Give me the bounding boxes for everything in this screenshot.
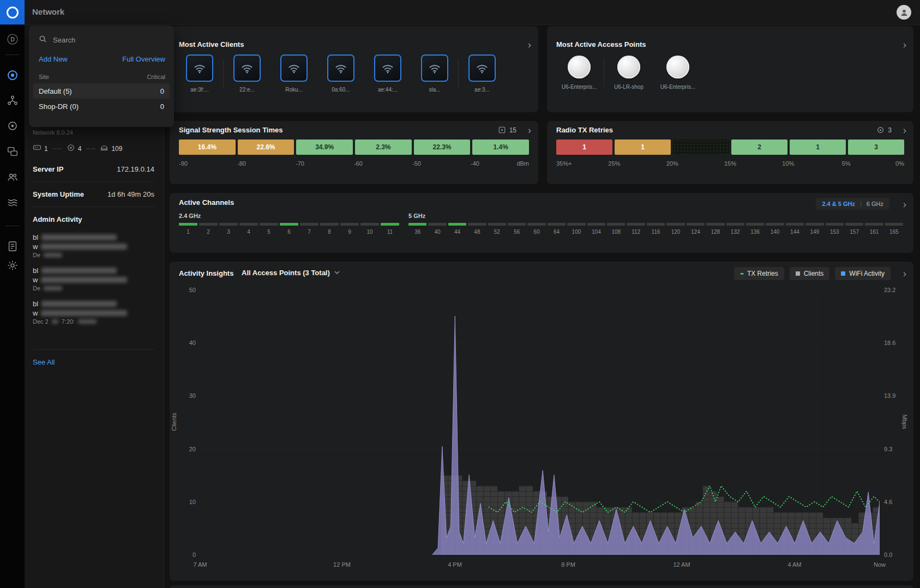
signal-segment: 2.3%: [355, 140, 412, 155]
redacted-text: [41, 277, 127, 283]
band-24-channel-numbers: 1234567891011: [179, 229, 399, 235]
ap-item[interactable]: U6-Enterpris...: [555, 56, 604, 90]
ap-scope-dropdown[interactable]: All Access Points (3 Total): [242, 269, 340, 277]
card-title: Activity Insights: [179, 269, 233, 277]
channel-segment: [567, 223, 585, 226]
axis-label: -60: [354, 160, 363, 167]
chevron-right-icon[interactable]: ›: [528, 39, 531, 50]
search-input[interactable]: [52, 35, 147, 45]
full-overview-link[interactable]: Full Overview: [122, 55, 165, 63]
site-list: Default (5)0Shop-DR (0)0: [33, 83, 170, 114]
admin-entry-line1: bl: [33, 299, 154, 308]
clients-row: ae:3f:...22:e...Roku...0a:60...ae:44:...…: [176, 54, 506, 93]
device-stat-value: 1: [44, 145, 48, 153]
chevron-right-icon[interactable]: ›: [903, 39, 906, 50]
radius-ring-icon[interactable]: [5, 119, 20, 133]
chevron-right-icon[interactable]: ›: [903, 268, 906, 278]
see-all-link[interactable]: See All: [33, 358, 55, 366]
radio-tx-axis: 35%+25%20%15%10%5%0%: [556, 160, 904, 168]
admin-entry-prefix: bl: [33, 233, 38, 241]
y-left-tick: 40: [177, 340, 196, 346]
ap-box-icon: [498, 126, 506, 134]
y-right-tick: 18.6: [884, 340, 904, 346]
channel-segment: [587, 223, 605, 226]
console-d-icon[interactable]: D: [5, 32, 20, 46]
server-ip-row: Server IP 172.19.0.14: [33, 162, 154, 176]
flows-icon[interactable]: [5, 195, 20, 209]
critical-column-header: Critical: [147, 74, 165, 80]
legend-label: TX Retries: [747, 270, 778, 277]
channel-number: 153: [826, 229, 844, 235]
channel-segment: [627, 223, 645, 226]
x-tick: 7 AM: [187, 561, 214, 568]
chevron-right-icon[interactable]: ›: [903, 125, 906, 135]
ap-label: U6-Enterpris...: [660, 84, 695, 90]
settings-gear-icon[interactable]: [5, 258, 20, 272]
segment-value: 1: [582, 143, 586, 151]
channel-segment: [527, 223, 545, 226]
segment-value: 1: [641, 143, 645, 151]
segment-value: 22.6%: [256, 143, 275, 151]
channel-number: 48: [468, 229, 486, 235]
chevron-right-icon[interactable]: ›: [903, 199, 906, 209]
site-row[interactable]: Default (5)0: [33, 83, 170, 99]
client-device-icon: [327, 54, 354, 82]
legend-tx-retries-button[interactable]: ••TX Retries: [734, 267, 784, 280]
radio-tx-bars: 11213: [556, 140, 904, 155]
client-device-icon: [374, 54, 401, 82]
band-toggle-active[interactable]: 2.4 & 5 GHz: [822, 201, 855, 207]
add-new-link[interactable]: Add New: [39, 55, 68, 63]
channel-segment: [607, 223, 625, 226]
ap-item[interactable]: U6-Enterpris...: [653, 56, 702, 90]
account-avatar[interactable]: [897, 5, 911, 20]
clients-people-icon[interactable]: [5, 170, 20, 184]
y-left-tick: 10: [177, 499, 196, 505]
client-item[interactable]: sla...: [411, 54, 458, 93]
client-item[interactable]: ae:44:...: [364, 54, 411, 93]
channel-number: 116: [647, 229, 665, 235]
channel-number: 128: [706, 229, 724, 235]
channel-number: 6: [280, 229, 298, 235]
band-toggle[interactable]: 2.4 & 5 GHz | 6 GHz: [816, 198, 889, 210]
card-title: Most Active Clients: [179, 40, 244, 49]
legend-clients-button[interactable]: Clients: [790, 267, 830, 280]
client-item[interactable]: 0a:60...: [317, 54, 364, 93]
signal-segment: 1.4%: [472, 140, 529, 155]
rail-divider: [5, 54, 19, 55]
ap-device-icon: [617, 56, 640, 78]
page-title: Network: [32, 7, 64, 16]
band-toggle-inactive[interactable]: 6 GHz: [867, 201, 883, 207]
client-item[interactable]: ae:3f:...: [176, 54, 223, 93]
client-item[interactable]: 22:e...: [224, 54, 270, 93]
network-app-icon[interactable]: [5, 68, 20, 82]
admin-entry-date: Dec 27:20:: [33, 318, 154, 325]
client-item[interactable]: ae:3...: [459, 54, 506, 93]
y-right-tick: 0.0: [884, 551, 904, 558]
admin-entry-prefix: w: [33, 276, 38, 284]
client-device-icon: [468, 54, 496, 82]
client-label: ae:3f:...: [190, 87, 208, 93]
server-ip-value: 172.19.0.14: [117, 165, 154, 173]
chevron-right-icon[interactable]: ›: [528, 125, 531, 135]
channel-number: 1: [179, 229, 197, 235]
ap-label: U6-Enterpris...: [562, 84, 597, 90]
radio-segment: 1: [556, 140, 612, 155]
client-item[interactable]: Roku...: [270, 54, 317, 93]
devices-icon[interactable]: [5, 144, 20, 159]
y-left-tick: 50: [177, 287, 196, 293]
system-log-icon[interactable]: [5, 239, 20, 253]
unifi-logo[interactable]: [0, 0, 25, 25]
uptime-label: System Uptime: [33, 190, 84, 198]
ap-item[interactable]: U6-LR-shop: [604, 56, 653, 90]
active-channels-card: Active Channels 2.4 & 5 GHz | 6 GHz › 2.…: [170, 193, 913, 253]
x-tick: 12 PM: [328, 561, 356, 568]
client-device-icon: [233, 54, 261, 82]
axis-label: 0%: [895, 160, 904, 167]
topology-icon[interactable]: [5, 93, 20, 107]
client-device-icon: [421, 54, 448, 82]
site-row[interactable]: Shop-DR (0)0: [33, 99, 170, 114]
channel-number: 10: [360, 229, 379, 235]
legend-wifi-activity-button[interactable]: WiFi Activity: [835, 267, 891, 280]
admin-activity-list: blwDeblwDeblwDec 27:20:: [33, 233, 154, 332]
divider: [33, 181, 154, 182]
